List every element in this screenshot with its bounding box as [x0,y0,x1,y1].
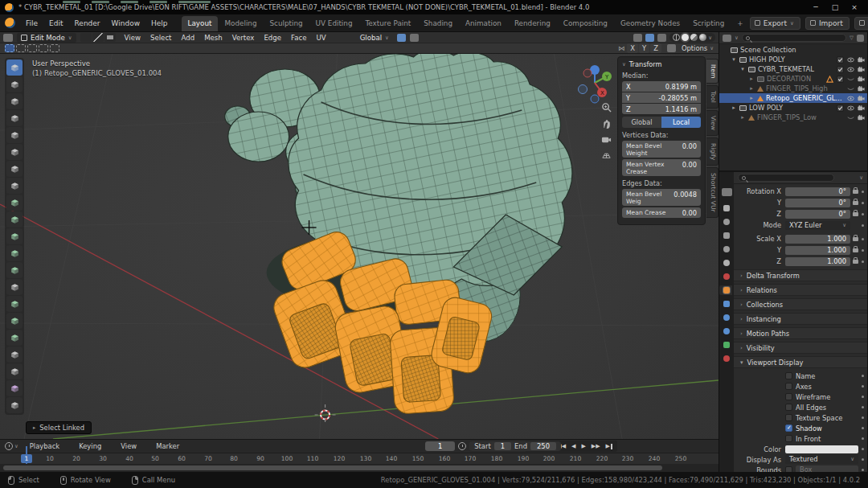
vertex-data-field[interactable]: Mean Vertex Crease 0.00 [622,159,701,176]
export-button[interactable]: Export∨ [750,17,800,30]
import-button[interactable]: Import [805,17,850,30]
properties-tab-view-layer[interactable] [721,244,732,254]
properties-tab-object[interactable] [721,285,732,295]
space-toggle-button[interactable]: Local [661,117,701,128]
mirror-axis[interactable]: Y [639,43,649,53]
bounds-checkbox[interactable] [785,466,792,472]
menu-item[interactable]: Window [106,17,146,30]
tool-shear[interactable] [6,380,23,396]
animate-dot-icon[interactable] [862,448,864,450]
expand-caret[interactable]: ▸ [739,114,746,121]
new-collection-icon[interactable] [857,35,864,42]
viewport-display-header[interactable]: ▾Viewport Display [734,356,867,368]
lock-icon[interactable] [853,201,858,205]
snap-options-icon[interactable] [667,44,676,52]
shading-solid-icon[interactable] [682,34,689,41]
filter-icon[interactable]: ▽ [850,35,854,41]
checkbox[interactable] [785,393,792,400]
outliner-search-input[interactable] [742,34,846,42]
panel-section-header[interactable]: ›Relations [734,284,867,296]
workspace-tab[interactable]: Layout [182,16,219,31]
workspace-tab[interactable]: Geometry Nodes [614,16,686,31]
operator-panel[interactable]: ▸ Select Linked [26,421,92,434]
end-frame-field[interactable]: 250 [530,442,556,450]
disable-render-camera-icon[interactable] [857,114,865,121]
properties-tab-world[interactable] [721,272,732,281]
minimize-button[interactable]: ─ [807,3,825,11]
hide-eye-icon[interactable] [846,76,854,83]
viewport-menu-item[interactable]: Face [286,32,311,43]
workspace-tab[interactable]: Texture Paint [358,16,417,31]
animate-dot-icon[interactable] [862,385,864,388]
playhead[interactable]: 1 [21,454,32,463]
play-reverse-button[interactable]: ◀ [569,442,578,450]
outliner-row[interactable]: ▾ CYBR_TEKMETAL [719,64,867,74]
animate-dot-icon[interactable] [862,249,864,252]
editor-type-icon[interactable] [3,34,13,42]
tool-annotate[interactable] [6,161,23,177]
edge-data-field[interactable]: Mean Crease 0.00 [622,207,701,218]
properties-tab-scene[interactable] [721,258,732,268]
workspace-tab[interactable]: UV Editing [309,16,359,31]
exclude-checkbox-icon[interactable] [836,56,844,64]
shading-material-icon[interactable] [690,34,698,41]
checkbox[interactable] [785,383,792,390]
tool-knife[interactable] [6,279,23,295]
menu-item[interactable]: Render [69,17,106,30]
outliner-row[interactable]: ▸ FINGER_TIPS_High [719,84,867,93]
tool-inset-faces[interactable] [6,228,23,244]
rotation-value-field[interactable]: 0° [785,199,850,207]
workspace-tab[interactable]: Modeling [218,16,263,31]
tool-scale[interactable] [6,127,23,143]
timeline-menu-item[interactable]: Marker [146,439,189,453]
exclude-checkbox-icon[interactable] [836,66,844,73]
tool-cursor[interactable] [6,76,23,92]
tool-transform[interactable] [6,144,23,160]
lock-icon[interactable] [853,260,858,264]
animate-dot-icon[interactable] [862,427,864,429]
viewport-menu-item[interactable]: Vertex [227,32,260,43]
viewport-menu-item[interactable]: UV [311,32,330,43]
workspace-tab[interactable]: Animation [459,16,508,31]
transform-panel-header[interactable]: ∨ Transform [622,60,701,68]
viewport-menu-item[interactable]: Mesh [199,32,227,43]
expand-caret[interactable]: ▸ [748,85,755,92]
mirror-axis[interactable]: X [627,43,638,53]
space-toggle-button[interactable]: Global [622,117,661,128]
properties-tab-tool[interactable] [721,203,732,213]
animate-dot-icon[interactable] [862,375,864,377]
outliner-row[interactable]: ▸ LOW POLY [719,103,867,113]
animate-dot-icon[interactable] [862,458,864,461]
lock-icon[interactable] [853,248,858,252]
properties-editor-icon[interactable] [722,188,732,196]
workspace-tab[interactable]: Sculpting [264,16,309,31]
disable-render-camera-icon[interactable] [857,95,865,102]
animate-dot-icon[interactable] [862,224,864,227]
toggle-xray-icon[interactable] [657,34,666,42]
face-select-mode-button[interactable] [104,33,116,42]
mode-dropdown[interactable]: Edit Mode∨ [17,33,76,43]
orthographic-toggle-icon[interactable] [601,150,612,161]
exclude-checkbox-icon[interactable] [836,76,844,83]
timeline-menu-item[interactable]: Keying [69,439,111,453]
properties-options-icon[interactable]: ∨ [859,174,863,181]
viewport-menu-item[interactable]: View [120,32,145,43]
viewport-canvas[interactable]: User Perspective (1) Retopo_GENERIC_GLOV… [0,54,719,439]
properties-tab-object-data[interactable] [721,340,732,350]
animate-dot-icon[interactable] [862,396,864,398]
properties-tab-physics[interactable] [721,326,732,336]
edge-data-field[interactable]: Mean Bevel Weig 0.0048 [622,189,701,206]
animate-dot-icon[interactable] [862,437,864,440]
animate-dot-icon[interactable] [862,191,864,193]
tool-measure[interactable] [6,178,23,194]
hide-eye-icon[interactable] [846,56,854,64]
vertex-data-field[interactable]: Mean Bevel Weight 0.00 [622,141,701,158]
shading-wireframe-icon[interactable] [673,34,680,41]
viewport-menu-item[interactable]: Select [145,32,177,43]
show-overlays-icon[interactable] [645,34,654,42]
select-extend-icon[interactable] [16,44,26,52]
mirror-axis[interactable]: Z [650,43,661,53]
current-frame-field[interactable]: 1 [425,441,455,451]
workspace-tab[interactable]: + [731,16,749,31]
manual-button[interactable]: Manual [854,17,868,30]
